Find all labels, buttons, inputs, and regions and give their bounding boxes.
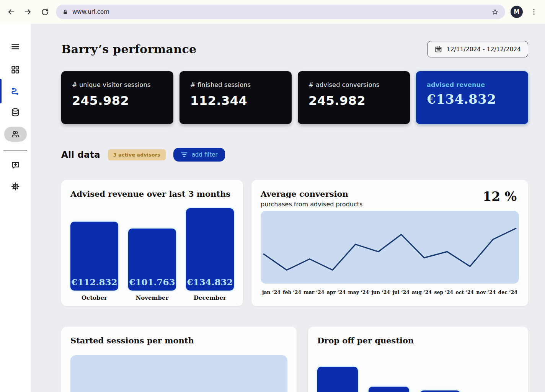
conversion-x-label: aug ‘24 bbox=[412, 289, 432, 295]
conversion-line-svg bbox=[261, 211, 519, 284]
back-arrow-icon bbox=[7, 7, 16, 16]
kpi-card-finished-sessions: # finished sessions 112.344 bbox=[179, 71, 292, 124]
active-advisors-badge: 3 active advisors bbox=[108, 149, 166, 160]
conversion-x-label: dec ‘24 bbox=[498, 289, 517, 295]
revenue-bar: €134.832 bbox=[186, 208, 234, 291]
revenue-bar: €112.832 bbox=[70, 222, 118, 291]
kebab-menu-icon bbox=[530, 8, 538, 16]
revenue-bar-column: €134.832 bbox=[186, 208, 234, 291]
sidebar-item-settings[interactable] bbox=[0, 176, 31, 197]
conversion-x-label: mar ‘24 bbox=[304, 289, 324, 295]
add-filter-button[interactable]: add filter bbox=[173, 148, 225, 162]
main-content: Barry’s performance 12/11/2024 - 12/12/2… bbox=[31, 24, 545, 392]
reload-icon bbox=[41, 8, 49, 16]
conversion-x-label: oct ‘24 bbox=[455, 289, 474, 295]
revenue-bar-value: €101.763 bbox=[128, 277, 176, 287]
chat-add-icon bbox=[11, 160, 20, 170]
revenue-chart-title: Advised revenue over last 3 months bbox=[70, 189, 234, 199]
conversion-title: Average conversion bbox=[261, 189, 362, 199]
revenue-bar-value: €134.832 bbox=[186, 277, 234, 287]
conversion-subtitle: purchases from advised products bbox=[261, 201, 362, 208]
forward-button[interactable] bbox=[22, 6, 34, 18]
sidebar-item-advisors[interactable] bbox=[0, 123, 31, 145]
dropoff-chart-card: Drop off per question bbox=[308, 327, 528, 392]
revenue-month-label: December bbox=[186, 294, 234, 301]
conversion-x-label: jul ‘24 bbox=[392, 289, 409, 295]
url-bar[interactable]: www.url.com bbox=[56, 5, 505, 19]
revenue-bar: €101.763 bbox=[128, 229, 176, 291]
sidebar-item-data[interactable] bbox=[0, 102, 31, 123]
revenue-bar-chart: €112.832€101.763€134.832 bbox=[70, 199, 234, 291]
url-text: www.url.com bbox=[72, 8, 109, 15]
dropoff-title: Drop off per question bbox=[317, 336, 519, 345]
kpi-value: 112.344 bbox=[190, 93, 281, 108]
dropoff-bar bbox=[317, 367, 358, 392]
kpi-card-unique-sessions: # unique visitor sessions 245.982 bbox=[61, 71, 173, 124]
revenue-chart-card: Advised revenue over last 3 months €112.… bbox=[61, 180, 243, 306]
kpi-value: 245.982 bbox=[308, 93, 399, 108]
sidebar-menu-toggle[interactable] bbox=[0, 36, 31, 57]
conversion-x-label: sep ‘24 bbox=[434, 289, 453, 295]
conversion-x-label: nov ‘24 bbox=[476, 289, 496, 295]
kpi-card-advised-revenue: advised revenue €134.832 bbox=[416, 71, 528, 124]
revenue-month-label: November bbox=[128, 294, 176, 301]
calendar-icon bbox=[434, 45, 442, 53]
conversion-x-label: apr ‘24 bbox=[327, 289, 346, 295]
sidebar-item-journeys-active[interactable] bbox=[0, 80, 31, 102]
back-button[interactable] bbox=[5, 6, 17, 18]
kpi-label: # finished sessions bbox=[190, 81, 281, 88]
started-sessions-title: Started sessions per month bbox=[70, 336, 287, 345]
sidebar-item-feedback[interactable] bbox=[0, 154, 31, 176]
dropoff-bar bbox=[369, 387, 409, 392]
started-sessions-plot-area bbox=[70, 355, 287, 392]
conversion-x-label: feb ‘24 bbox=[283, 289, 301, 295]
all-data-heading: All data bbox=[61, 150, 100, 160]
users-pill-highlight bbox=[4, 127, 27, 142]
conversion-x-label: may ‘24 bbox=[348, 289, 369, 295]
kpi-value: 245.982 bbox=[72, 93, 163, 108]
revenue-bar-value: €112.832 bbox=[70, 277, 118, 287]
revenue-bar-column: €112.832 bbox=[70, 222, 118, 291]
dropoff-bar-chart bbox=[317, 367, 519, 392]
kpi-label: advised revenue bbox=[427, 81, 517, 88]
avatar[interactable]: M bbox=[511, 6, 523, 18]
kpi-label: # unique visitor sessions bbox=[72, 81, 163, 88]
revenue-bar-column: €101.763 bbox=[128, 229, 176, 291]
users-icon bbox=[11, 129, 20, 139]
route-icon bbox=[10, 86, 21, 96]
filter-icon bbox=[181, 152, 188, 158]
forward-arrow-icon bbox=[23, 7, 33, 16]
conversion-x-label: jun ‘24 bbox=[371, 289, 390, 295]
revenue-month-label: October bbox=[70, 294, 118, 301]
sidebar-divider bbox=[3, 150, 27, 150]
grid-icon bbox=[10, 65, 20, 75]
bookmark-star-icon[interactable] bbox=[491, 8, 499, 16]
reload-button[interactable] bbox=[39, 6, 51, 18]
page-header: Barry’s performance 12/11/2024 - 12/12/2… bbox=[61, 41, 528, 57]
add-filter-label: add filter bbox=[192, 151, 218, 158]
revenue-month-labels: OctoberNovemberDecember bbox=[70, 294, 234, 301]
lock-icon bbox=[62, 9, 69, 15]
gear-icon bbox=[10, 181, 20, 191]
date-range-picker[interactable]: 12/11/2024 - 12/12/2024 bbox=[427, 41, 528, 57]
date-range-text: 12/11/2024 - 12/12/2024 bbox=[447, 46, 521, 53]
page-title: Barry’s performance bbox=[61, 42, 196, 56]
started-sessions-card: Started sessions per month bbox=[61, 327, 297, 392]
filter-row: All data 3 active advisors add filter bbox=[61, 148, 528, 162]
database-icon bbox=[10, 108, 20, 118]
conversion-x-label: jan ‘24 bbox=[262, 289, 281, 295]
sidebar bbox=[0, 24, 31, 392]
kpi-value: €134.832 bbox=[427, 91, 517, 107]
conversion-header: Average conversion purchases from advise… bbox=[261, 189, 519, 208]
browser-menu-button[interactable] bbox=[528, 6, 540, 18]
conversion-headline-value: 12 % bbox=[483, 189, 517, 204]
bottom-row: Started sessions per month Drop off per … bbox=[61, 327, 528, 392]
hamburger-icon bbox=[10, 42, 20, 52]
conversion-line-chart bbox=[261, 211, 519, 284]
kpi-card-advised-conversions: # advised conversions 245.982 bbox=[298, 71, 410, 124]
dropoff-bar bbox=[420, 390, 460, 392]
conversion-chart-card: Average conversion purchases from advise… bbox=[251, 180, 528, 306]
sidebar-item-dashboard[interactable] bbox=[0, 59, 31, 80]
conversion-x-labels: jan ‘24feb ‘24mar ‘24apr ‘24may ‘24jun ‘… bbox=[261, 289, 519, 295]
kpi-label: # advised conversions bbox=[308, 81, 399, 88]
